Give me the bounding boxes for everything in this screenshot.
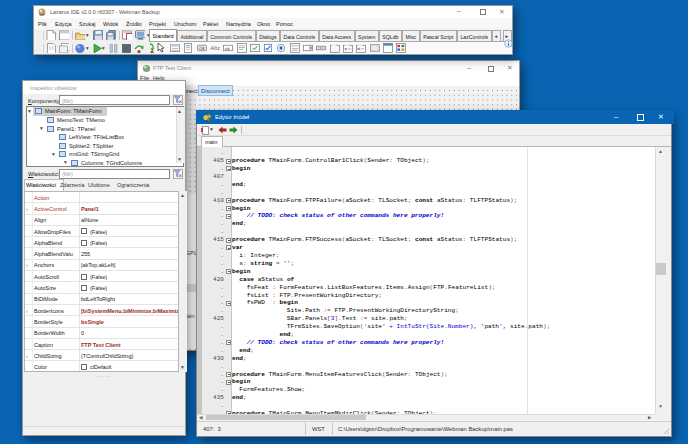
- svg-text:OK: OK: [199, 45, 205, 50]
- svg-text:ab: ab: [225, 45, 230, 50]
- svg-text:Abc: Abc: [210, 45, 220, 51]
